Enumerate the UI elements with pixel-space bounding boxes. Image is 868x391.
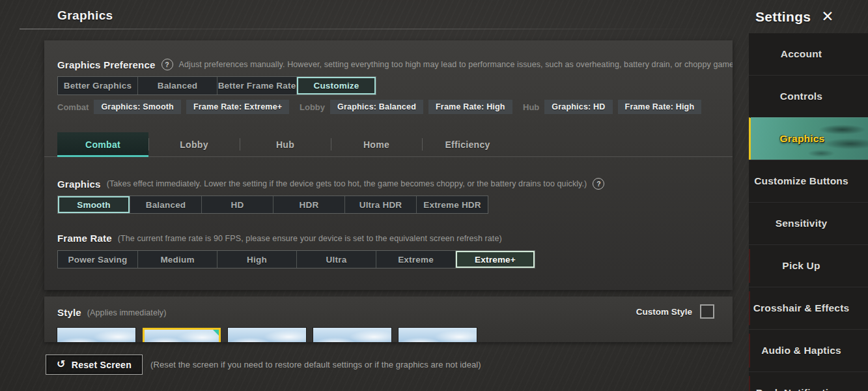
sidebar-header: Settings ✕ xyxy=(749,0,868,34)
frame-rate-option-extreme[interactable]: Extreme xyxy=(376,251,455,268)
mode-tabs: Combat Lobby Hub Home Efficiency xyxy=(44,132,733,157)
custom-style-control: Custom Style xyxy=(636,304,714,319)
tab-lobby[interactable]: Lobby xyxy=(148,132,240,156)
graphics-badge: Graphics: HD xyxy=(544,100,612,114)
preference-options: Better Graphics Balanced Better Frame Ra… xyxy=(57,76,376,95)
preference-summaries: Combat Graphics: Smooth Frame Rate: Extr… xyxy=(44,100,733,115)
style-description: (Applies immediately) xyxy=(87,308,167,317)
settings-sidebar: Settings ✕ Account Controls Graphics Cus… xyxy=(749,0,868,391)
help-icon[interactable]: ? xyxy=(161,59,173,70)
graphics-option-smooth[interactable]: Smooth xyxy=(58,196,130,213)
preference-option-balanced[interactable]: Balanced xyxy=(137,77,217,94)
graphics-setting-heading: Graphics xyxy=(57,179,101,190)
custom-style-checkbox[interactable] xyxy=(700,304,714,319)
frame-rate-option-power-saving[interactable]: Power Saving xyxy=(58,251,137,268)
graphics-option-balanced[interactable]: Balanced xyxy=(130,196,201,213)
summary-combat: Combat Graphics: Smooth Frame Rate: Extr… xyxy=(57,100,289,114)
summary-mode-label: Combat xyxy=(57,102,89,112)
graphics-badge: Graphics: Smooth xyxy=(94,100,181,114)
graphics-setting-description: (Takes effect immediately. Lower the set… xyxy=(107,179,587,188)
style-thumbnail-4[interactable] xyxy=(313,328,391,342)
sidebar-item-pick-up[interactable]: Pick Up xyxy=(749,244,868,287)
frame-rate-badge: Frame Rate: High xyxy=(428,100,512,114)
style-thumbnails xyxy=(57,328,477,342)
summary-lobby: Lobby Graphics: Balanced Frame Rate: Hig… xyxy=(300,100,512,114)
summary-hub: Hub Graphics: HD Frame Rate: High xyxy=(523,100,701,114)
sidebar-item-graphics[interactable]: Graphics xyxy=(749,117,868,160)
preference-heading: Graphics Preference xyxy=(57,59,156,70)
settings-title: Settings xyxy=(755,9,811,25)
tab-home[interactable]: Home xyxy=(331,132,422,156)
preference-description: Adjust preferences manually. However, se… xyxy=(179,60,733,69)
graphics-option-extreme-hdr[interactable]: Extreme HDR xyxy=(416,196,488,213)
frame-rate-description: (The current frame rate is 90 FPS, pleas… xyxy=(118,234,502,243)
sidebar-item-controls[interactable]: Controls xyxy=(749,75,868,117)
frame-rate-badge: Frame Rate: Extreme+ xyxy=(186,100,289,114)
graphics-option-ultra-hdr[interactable]: Ultra HDR xyxy=(344,196,416,213)
reset-button-label: Reset Screen xyxy=(72,360,132,370)
frame-rate-heading: Frame Rate xyxy=(57,233,112,244)
preference-option-customize[interactable]: Customize xyxy=(296,77,376,94)
graphics-option-hdr[interactable]: HDR xyxy=(273,196,344,213)
close-icon[interactable]: ✕ xyxy=(821,9,833,24)
summary-mode-label: Hub xyxy=(523,102,539,112)
preference-option-better-graphics[interactable]: Better Graphics xyxy=(58,77,137,94)
frame-rate-option-medium[interactable]: Medium xyxy=(137,251,217,268)
preference-header: Graphics Preference ? Adjust preferences… xyxy=(57,59,733,70)
graphics-option-hd[interactable]: HD xyxy=(201,196,273,213)
sidebar-item-account[interactable]: Account xyxy=(749,33,868,75)
tab-hub[interactable]: Hub xyxy=(240,132,331,156)
tab-efficiency[interactable]: Efficiency xyxy=(422,132,513,156)
frame-rate-header: Frame Rate (The current frame rate is 90… xyxy=(57,233,733,244)
preference-option-better-frame-rate[interactable]: Better Frame Rate xyxy=(217,77,296,94)
title-divider xyxy=(20,29,733,29)
style-panel: Style (Applies immediately) Custom Style xyxy=(44,297,733,342)
graphics-setting-header: Graphics (Takes effect immediately. Lowe… xyxy=(57,178,733,190)
sidebar-list: Account Controls Graphics Customize Butt… xyxy=(749,33,868,391)
sidebar-item-push-notifications[interactable]: Push Notifications xyxy=(749,371,868,391)
sidebar-item-crosshair-effects[interactable]: Crosshair & Effects xyxy=(749,287,868,329)
style-header: Style (Applies immediately) xyxy=(57,307,602,318)
help-icon[interactable]: ? xyxy=(593,178,604,190)
frame-rate-option-extreme-plus[interactable]: Extreme+ xyxy=(455,251,535,268)
frame-rate-option-high[interactable]: High xyxy=(217,251,296,268)
reset-description: (Reset the screen if you need to restore… xyxy=(150,360,481,369)
sidebar-item-sensitivity[interactable]: Sensitivity xyxy=(749,202,868,244)
frame-rate-option-ultra[interactable]: Ultra xyxy=(296,251,376,268)
page-title: Graphics xyxy=(57,8,113,23)
sidebar-item-customize-buttons[interactable]: Customize Buttons xyxy=(749,160,868,202)
style-thumbnail-1[interactable] xyxy=(57,328,135,342)
graphics-badge: Graphics: Balanced xyxy=(330,100,423,114)
graphics-main-panel: Graphics Preference ? Adjust preferences… xyxy=(44,40,733,290)
summary-mode-label: Lobby xyxy=(300,102,325,112)
style-thumbnail-3[interactable] xyxy=(228,328,306,342)
style-heading: Style xyxy=(57,307,81,318)
style-thumbnail-5[interactable] xyxy=(399,328,477,342)
frame-rate-badge: Frame Rate: High xyxy=(618,100,702,114)
reset-row: ↺ Reset Screen (Reset the screen if you … xyxy=(46,355,481,375)
graphics-settings-screen: Graphics Graphics Preference ? Adjust pr… xyxy=(0,0,868,391)
style-thumbnail-2[interactable] xyxy=(143,328,221,342)
graphics-quality-options: Smooth Balanced HD HDR Ultra HDR Extreme… xyxy=(57,195,488,214)
custom-style-label: Custom Style xyxy=(636,307,692,317)
sidebar-item-audio-haptics[interactable]: Audio & Haptics xyxy=(749,329,868,371)
reset-screen-button[interactable]: ↺ Reset Screen xyxy=(46,355,143,375)
tab-combat[interactable]: Combat xyxy=(57,132,148,156)
reset-icon: ↺ xyxy=(57,359,66,369)
frame-rate-options: Power Saving Medium High Ultra Extreme E… xyxy=(57,250,535,268)
